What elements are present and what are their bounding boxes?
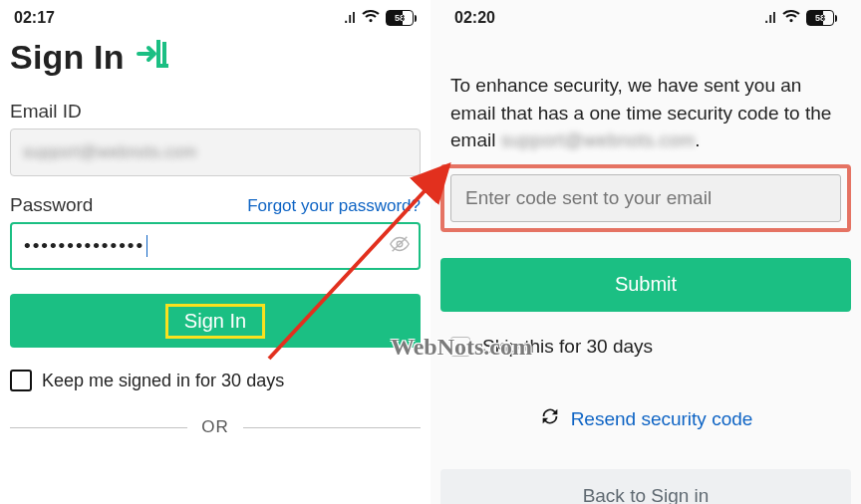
battery-icon: 58 [806,10,837,26]
email-value-blurred: support@webnots.com [23,142,196,162]
status-bar-left: 02:17 .ıl 58 [0,0,430,32]
skip-checkbox[interactable] [450,337,470,357]
submit-button[interactable]: Submit [440,258,851,312]
skip-label: Skip this for 30 days [482,336,653,358]
divider-line [243,427,421,428]
masked-email: support@webnots.com [501,129,696,150]
cellular-icon: .ıl [344,10,356,26]
wifi-icon [782,10,800,26]
cellular-icon: .ıl [764,10,776,26]
page-title: Sign In [10,38,125,77]
clock: 02:20 [454,9,495,27]
battery-icon: 58 [386,10,417,26]
status-bar-right: 02:20 .ıl 58 [440,0,851,32]
code-input-highlight [440,164,851,232]
text-caret [146,235,147,257]
divider-line [10,427,187,428]
verify-panel: 02:20 .ıl 58 To enhance security, we hav… [430,0,861,504]
password-label: Password [10,194,93,216]
forgot-password-link[interactable]: Forgot your password? [247,196,421,216]
wifi-icon [362,10,380,26]
signin-panel: 02:17 .ıl 58 Sign In Email ID support@we… [0,0,430,504]
keep-signed-in-checkbox[interactable] [10,370,32,391]
signin-button[interactable]: Sign In [10,294,421,348]
keep-signed-in-label: Keep me signed in for 30 days [42,371,284,391]
signin-button-label: Sign In [184,310,246,332]
or-label: OR [201,417,229,437]
email-field[interactable]: support@webnots.com [10,128,421,176]
verify-message: To enhance security, we have sent you an… [440,32,851,154]
back-to-signin-button[interactable]: Back to Sign in [440,469,851,504]
password-masked: •••••••••••••• [24,235,144,257]
toggle-visibility-icon[interactable] [389,233,411,260]
clock: 02:17 [14,9,55,27]
submit-button-label: Submit [615,273,677,296]
security-code-input[interactable] [450,174,841,222]
refresh-icon [539,405,561,433]
resend-code-link[interactable]: Resend security code [440,405,851,433]
email-label: Email ID [10,101,82,123]
resend-label: Resend security code [571,408,753,430]
signin-arrow-icon [137,39,170,76]
signin-button-highlight: Sign In [165,304,265,339]
password-field[interactable]: •••••••••••••• [10,222,421,270]
back-label: Back to Sign in [583,485,710,504]
